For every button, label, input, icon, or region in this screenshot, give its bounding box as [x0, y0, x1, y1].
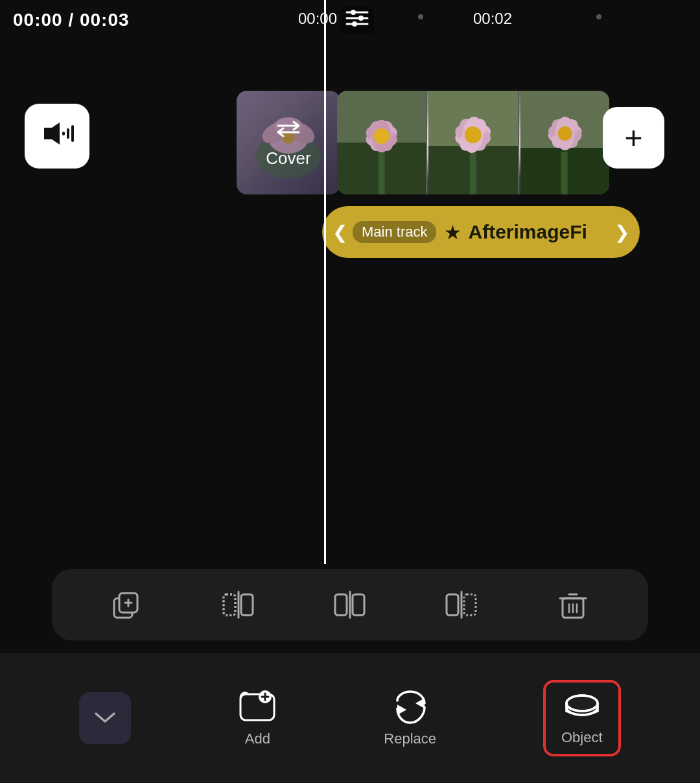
track-scroll-left[interactable]: ❮: [332, 222, 347, 243]
toolbar-split-right-btn[interactable]: [432, 579, 491, 631]
main-track-badge: Main track: [353, 221, 436, 243]
toolbar-duplicate-btn[interactable]: [98, 579, 156, 631]
collapse-icon: [93, 707, 117, 730]
track-scroll-right[interactable]: ❯: [614, 222, 629, 243]
split-mid-icon: [332, 588, 368, 622]
svg-rect-57: [464, 594, 476, 615]
object-action-label: Object: [561, 729, 603, 746]
flower-frame-2-svg: [428, 91, 517, 194]
time-marker-00: 00:00: [298, 10, 337, 28]
split-right-icon: [444, 588, 480, 622]
track-star-icon: ★: [444, 221, 461, 244]
svg-rect-51: [241, 594, 253, 615]
bottom-action-bar: Add Replace Object: [0, 653, 700, 783]
action-replace-btn[interactable]: Replace: [384, 689, 436, 747]
svg-point-11: [351, 10, 356, 15]
flower-frame-3-svg: [520, 91, 609, 194]
total-time-value: 00:03: [80, 10, 130, 30]
add-button[interactable]: +: [603, 107, 664, 169]
timeline-dot-2: [596, 14, 601, 19]
playhead[interactable]: [324, 0, 326, 564]
add-action-icon: [238, 689, 277, 725]
svg-rect-28: [470, 152, 476, 194]
svg-rect-55: [447, 594, 458, 615]
replace-action-label: Replace: [384, 730, 436, 747]
action-add-btn[interactable]: Add: [238, 689, 277, 747]
svg-rect-37: [561, 152, 567, 194]
svg-point-25: [374, 128, 390, 144]
video-frame-2: [427, 91, 517, 194]
track-name: AfterimageFi: [468, 221, 587, 243]
svg-rect-54: [353, 594, 364, 615]
cover-swap-icon: [275, 117, 301, 145]
delete-icon: [556, 588, 590, 622]
time-marker-02: 00:02: [473, 10, 512, 28]
svg-rect-3: [71, 125, 74, 142]
svg-point-13: [358, 16, 364, 21]
action-object-btn[interactable]: Object: [543, 680, 621, 756]
svg-point-43: [557, 126, 572, 141]
add-icon: +: [624, 123, 642, 154]
svg-rect-48: [224, 594, 235, 615]
object-icon: [563, 690, 601, 724]
video-frame-3: [519, 91, 609, 194]
timeline-dot-1: [418, 14, 423, 19]
video-frame-1: [337, 91, 426, 194]
svg-rect-1: [62, 132, 65, 135]
toolbar-split-left-btn[interactable]: [209, 579, 268, 631]
split-left-icon: [221, 588, 257, 622]
current-time-value: 00:00: [13, 10, 63, 30]
svg-marker-0: [44, 123, 60, 145]
svg-rect-52: [335, 594, 347, 615]
add-action-label: Add: [245, 730, 270, 747]
bottom-toolbar: [52, 569, 648, 640]
svg-rect-18: [379, 149, 385, 194]
toolbar-split-mid-btn[interactable]: [321, 579, 379, 631]
volume-icon: [40, 120, 74, 153]
duplicate-icon: [110, 588, 144, 622]
svg-marker-69: [397, 705, 406, 715]
svg-rect-2: [67, 128, 69, 139]
svg-rect-49: [224, 594, 235, 615]
volume-button[interactable]: [25, 104, 89, 169]
strip-settings-icon[interactable]: [340, 6, 374, 34]
svg-point-15: [352, 21, 357, 27]
replace-icon: [391, 689, 430, 725]
svg-marker-68: [415, 698, 425, 708]
video-strip[interactable]: [337, 91, 609, 194]
collapse-button[interactable]: [79, 692, 131, 744]
track-info: Main track ★ AfterimageFi: [353, 221, 609, 244]
main-track-bar[interactable]: ❮ Main track ★ AfterimageFi ❯: [322, 206, 640, 258]
toolbar-delete-btn[interactable]: [544, 579, 602, 631]
flower-frame-1-svg: [337, 91, 426, 194]
cover-label: Cover: [266, 148, 310, 169]
svg-point-34: [465, 126, 482, 143]
time-current: 00:00 / 00:03: [13, 10, 130, 30]
